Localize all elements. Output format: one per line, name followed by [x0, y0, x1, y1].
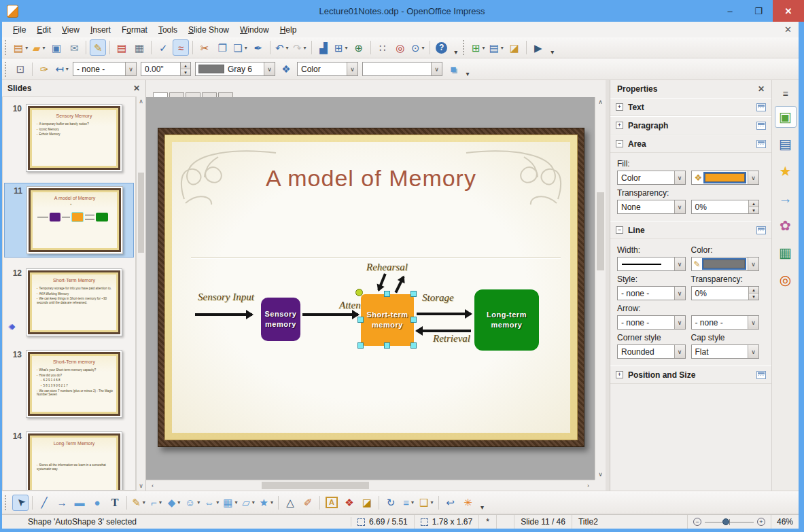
- slide-design-icon[interactable]: ◪: [506, 39, 523, 56]
- rehearsal-in-arrow[interactable]: [377, 273, 386, 291]
- interaction-icon[interactable]: ↩: [442, 495, 459, 511]
- retrieval-arrow[interactable]: [417, 330, 471, 332]
- arrow-start-select[interactable]: - none -: [617, 315, 686, 330]
- shadow-icon[interactable]: ■: [445, 61, 461, 77]
- dropdown-arrow-icon[interactable]: [674, 171, 685, 184]
- tab-notes[interactable]: [186, 92, 200, 97]
- menu-file[interactable]: File: [7, 23, 31, 37]
- toolbar-overflow-icon[interactable]: ▾: [463, 61, 472, 77]
- expander-icon[interactable]: +: [616, 103, 623, 111]
- edit-points-icon[interactable]: △: [282, 495, 298, 511]
- email-icon[interactable]: ✉: [66, 39, 82, 56]
- menu-window[interactable]: Window: [234, 23, 275, 37]
- dropdown-arrow-icon[interactable]: [347, 63, 357, 75]
- connector-icon[interactable]: ⌐: [148, 495, 164, 511]
- master-pages-tab-icon[interactable]: ▤: [775, 133, 797, 155]
- zoom-percentage[interactable]: 46%: [771, 517, 799, 527]
- ellipse-icon[interactable]: ●: [89, 495, 105, 511]
- line-width-spinner[interactable]: 0.00": [141, 62, 191, 76]
- toolbar-overflow-icon[interactable]: ▾: [451, 39, 461, 56]
- menu-insert[interactable]: Insert: [85, 23, 116, 37]
- selection-handle[interactable]: [410, 291, 417, 297]
- selection-handle[interactable]: [357, 317, 364, 323]
- expander-icon[interactable]: −: [616, 140, 623, 147]
- slides-panel-close-icon[interactable]: ✕: [133, 84, 140, 93]
- cut-icon[interactable]: ✂: [196, 39, 213, 56]
- line-style-select[interactable]: - none -: [73, 62, 137, 76]
- hyperlink-icon[interactable]: ⊕: [351, 39, 367, 56]
- slide-transition-tab-icon[interactable]: →: [775, 188, 797, 209]
- arrange-icon[interactable]: ❑: [418, 495, 434, 511]
- area-fill-icon[interactable]: ❖: [278, 61, 294, 77]
- line-transparency-spinner[interactable]: 0%: [691, 286, 760, 300]
- fill-type-select[interactable]: Color: [617, 171, 686, 185]
- corner-adjust-handle[interactable]: [355, 289, 363, 296]
- maximize-button[interactable]: ❐: [744, 0, 773, 22]
- arrow-icon[interactable]: →: [54, 495, 70, 511]
- shapes-icon[interactable]: ❖: [341, 495, 357, 511]
- symbol-shapes-icon[interactable]: ☺: [183, 495, 201, 511]
- menu-format[interactable]: Format: [116, 23, 153, 37]
- selection-handle[interactable]: [357, 342, 364, 349]
- slide-thumbnail-14[interactable]: 14 Long-Term Memory Stores all the infor…: [4, 429, 134, 491]
- cap-style-select[interactable]: Flat: [691, 344, 760, 359]
- section-position-and-size[interactable]: + Position and Size: [610, 366, 771, 384]
- slide-thumbnail-12[interactable]: 12 ◆ Short-Term Memory Temporary storage…: [4, 266, 134, 339]
- menu-help[interactable]: Help: [275, 23, 302, 37]
- arrow-ends-icon[interactable]: ↤: [54, 61, 70, 77]
- titlebar[interactable]: Lecture01Notes.odp - OpenOffice Impress …: [0, 0, 804, 22]
- text-icon[interactable]: T: [107, 495, 123, 511]
- expander-icon[interactable]: −: [616, 226, 623, 234]
- new-slide-icon[interactable]: ⊞: [470, 39, 487, 56]
- tab-outline[interactable]: [169, 92, 184, 97]
- dropdown-arrow-icon[interactable]: [748, 258, 758, 270]
- dropdown-arrow-icon[interactable]: [748, 316, 758, 329]
- dropdown-arrow-icon[interactable]: [748, 345, 758, 358]
- transparency-spinner[interactable]: 0%: [691, 200, 760, 214]
- save-icon[interactable]: ▣: [48, 39, 65, 56]
- attention-arrow[interactable]: [302, 313, 358, 316]
- slide-thumbnail-11-selected[interactable]: 11 A model of Memory ⇅: [4, 183, 134, 258]
- zoom-in-icon[interactable]: +: [757, 518, 765, 526]
- section-paragraph[interactable]: + Paragraph: [610, 116, 771, 135]
- section-text[interactable]: + Text: [610, 98, 771, 116]
- tab-slide-sorter[interactable]: [218, 92, 233, 97]
- spin-down-icon[interactable]: [749, 207, 758, 213]
- line-color-select[interactable]: ✎: [691, 257, 760, 271]
- zoom-track[interactable]: [705, 522, 754, 522]
- menu-view[interactable]: View: [56, 23, 85, 37]
- fill-type-select[interactable]: Color: [297, 62, 358, 76]
- expander-icon[interactable]: +: [616, 371, 623, 378]
- rectangle-icon[interactable]: ▬: [71, 495, 88, 511]
- dropdown-arrow-icon[interactable]: [674, 258, 685, 270]
- slides-scrollbar[interactable]: ∧ ∨: [136, 96, 145, 491]
- line-color-select[interactable]: Gray 6: [195, 62, 275, 76]
- transparency-type-select[interactable]: None: [617, 200, 686, 214]
- flowchart-icon[interactable]: ▦: [222, 495, 239, 511]
- spin-up-icon[interactable]: [749, 200, 758, 207]
- styles-tab-icon[interactable]: ✿: [775, 215, 797, 236]
- zoom-slider[interactable]: − +: [688, 515, 771, 529]
- properties-tab-icon[interactable]: ▣: [775, 106, 797, 128]
- help-icon[interactable]: ?: [434, 39, 450, 56]
- scroll-left-icon[interactable]: ‹: [147, 480, 158, 491]
- zoom-icon[interactable]: ⊙: [410, 39, 426, 56]
- selection-handle[interactable]: [410, 342, 417, 349]
- storage-label[interactable]: Storage: [422, 292, 454, 304]
- curve-icon[interactable]: ✎: [130, 495, 147, 511]
- rehearsal-out-arrow[interactable]: [395, 276, 405, 293]
- menu-edit[interactable]: Edit: [31, 23, 56, 37]
- gallery-tab-icon[interactable]: ▦: [775, 242, 797, 264]
- fill-color-select[interactable]: ❖: [691, 171, 760, 185]
- storage-arrow[interactable]: [417, 313, 471, 315]
- corner-style-select[interactable]: Rounded: [617, 344, 686, 359]
- dialog-launcher-icon[interactable]: [756, 122, 766, 130]
- dropdown-arrow-icon[interactable]: [264, 63, 275, 75]
- block-arrows-icon[interactable]: ⇔: [203, 495, 220, 511]
- vertical-scrollbar[interactable]: ∧ ∨: [595, 97, 606, 480]
- sidebar-menu-icon[interactable]: ≡: [775, 87, 797, 101]
- toolbar-overflow-icon[interactable]: ▾: [548, 39, 557, 56]
- chart-icon[interactable]: ▟: [315, 39, 332, 56]
- table-icon[interactable]: ⊞: [333, 39, 349, 56]
- menu-tools[interactable]: Tools: [153, 23, 183, 37]
